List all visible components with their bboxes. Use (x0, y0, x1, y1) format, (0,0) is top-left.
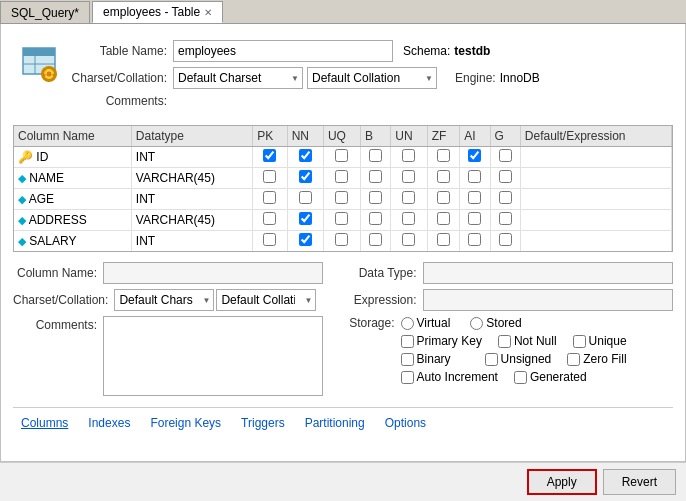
col-b[interactable] (361, 231, 391, 252)
tab-triggers[interactable]: Triggers (233, 414, 293, 432)
col-pk[interactable] (253, 189, 287, 210)
col-zf[interactable] (427, 189, 460, 210)
detail-charset-select[interactable]: Default Charset (114, 289, 214, 311)
col-pk[interactable] (253, 147, 287, 168)
cb-generated-input[interactable] (514, 371, 527, 384)
cb-unique[interactable]: Unique (573, 334, 627, 348)
tab-options[interactable]: Options (377, 414, 434, 432)
cb-unsigned[interactable]: Unsigned (485, 352, 552, 366)
col-b[interactable] (361, 168, 391, 189)
table-row[interactable]: 🔑 IDINT (14, 147, 672, 168)
cb-primary-key-input[interactable] (401, 335, 414, 348)
cb-zero-fill[interactable]: Zero Fill (567, 352, 626, 366)
cb-b-2[interactable] (369, 191, 382, 204)
radio-virtual-input[interactable] (401, 317, 414, 330)
col-uq[interactable] (323, 189, 360, 210)
radio-stored-input[interactable] (470, 317, 483, 330)
col-ai[interactable] (460, 168, 490, 189)
col-nn[interactable] (287, 189, 323, 210)
cb-ai-0[interactable] (468, 149, 481, 162)
charset-select[interactable]: Default Charset (173, 67, 303, 89)
tab-columns[interactable]: Columns (13, 414, 76, 432)
cb-b-0[interactable] (369, 149, 382, 162)
radio-stored[interactable]: Stored (470, 316, 521, 330)
col-b[interactable] (361, 189, 391, 210)
col-g[interactable] (490, 189, 520, 210)
col-zf[interactable] (427, 231, 460, 252)
cb-un-2[interactable] (402, 191, 415, 204)
tab-employees-table[interactable]: employees - Table ✕ (92, 1, 223, 23)
cb-nn-0[interactable] (299, 149, 312, 162)
cb-uq-1[interactable] (335, 170, 348, 183)
cb-zero-fill-input[interactable] (567, 353, 580, 366)
col-pk[interactable] (253, 210, 287, 231)
col-g[interactable] (490, 168, 520, 189)
close-icon[interactable]: ✕ (204, 7, 212, 18)
cb-zf-4[interactable] (437, 233, 450, 246)
cb-zf-3[interactable] (437, 212, 450, 225)
col-ai[interactable] (460, 210, 490, 231)
cb-b-3[interactable] (369, 212, 382, 225)
col-nn[interactable] (287, 147, 323, 168)
col-uq[interactable] (323, 168, 360, 189)
table-name-input[interactable] (173, 40, 393, 62)
cb-nn-4[interactable] (299, 233, 312, 246)
cb-auto-increment[interactable]: Auto Increment (401, 370, 498, 384)
col-uq[interactable] (323, 210, 360, 231)
col-g[interactable] (490, 231, 520, 252)
cb-uq-2[interactable] (335, 191, 348, 204)
col-ai[interactable] (460, 189, 490, 210)
cb-nn-3[interactable] (299, 212, 312, 225)
tab-partitioning[interactable]: Partitioning (297, 414, 373, 432)
apply-button[interactable]: Apply (527, 469, 597, 495)
cb-pk-4[interactable] (263, 233, 276, 246)
tab-sql-query[interactable]: SQL_Query* (0, 1, 90, 23)
col-b[interactable] (361, 210, 391, 231)
col-un[interactable] (391, 168, 427, 189)
cb-binary[interactable]: Binary (401, 352, 451, 366)
cb-pk-1[interactable] (263, 170, 276, 183)
cb-b-4[interactable] (369, 233, 382, 246)
cb-g-4[interactable] (499, 233, 512, 246)
col-zf[interactable] (427, 147, 460, 168)
col-un[interactable] (391, 210, 427, 231)
detail-column-name-input[interactable] (103, 262, 323, 284)
col-g[interactable] (490, 147, 520, 168)
cb-zf-1[interactable] (437, 170, 450, 183)
cb-binary-input[interactable] (401, 353, 414, 366)
revert-button[interactable]: Revert (603, 469, 676, 495)
cb-un-4[interactable] (402, 233, 415, 246)
col-ai[interactable] (460, 147, 490, 168)
col-b[interactable] (361, 147, 391, 168)
cb-uq-0[interactable] (335, 149, 348, 162)
cb-pk-2[interactable] (263, 191, 276, 204)
cb-uq-3[interactable] (335, 212, 348, 225)
cb-ai-3[interactable] (468, 212, 481, 225)
col-uq[interactable] (323, 231, 360, 252)
cb-g-2[interactable] (499, 191, 512, 204)
cb-zf-2[interactable] (437, 191, 450, 204)
cb-g-1[interactable] (499, 170, 512, 183)
col-zf[interactable] (427, 210, 460, 231)
cb-pk-0[interactable] (263, 149, 276, 162)
tab-foreign-keys[interactable]: Foreign Keys (142, 414, 229, 432)
table-row[interactable]: ◆ AGEINT (14, 189, 672, 210)
col-zf[interactable] (427, 168, 460, 189)
cb-pk-3[interactable] (263, 212, 276, 225)
col-uq[interactable] (323, 147, 360, 168)
cb-b-1[interactable] (369, 170, 382, 183)
collation-select[interactable]: Default Collation (307, 67, 437, 89)
cb-g-3[interactable] (499, 212, 512, 225)
col-g[interactable] (490, 210, 520, 231)
col-un[interactable] (391, 231, 427, 252)
radio-virtual[interactable]: Virtual (401, 316, 451, 330)
col-un[interactable] (391, 147, 427, 168)
cb-nn-1[interactable] (299, 170, 312, 183)
cb-primary-key[interactable]: Primary Key (401, 334, 482, 348)
cb-generated[interactable]: Generated (514, 370, 587, 384)
cb-un-1[interactable] (402, 170, 415, 183)
col-pk[interactable] (253, 168, 287, 189)
col-nn[interactable] (287, 210, 323, 231)
cb-uq-4[interactable] (335, 233, 348, 246)
tab-indexes[interactable]: Indexes (80, 414, 138, 432)
